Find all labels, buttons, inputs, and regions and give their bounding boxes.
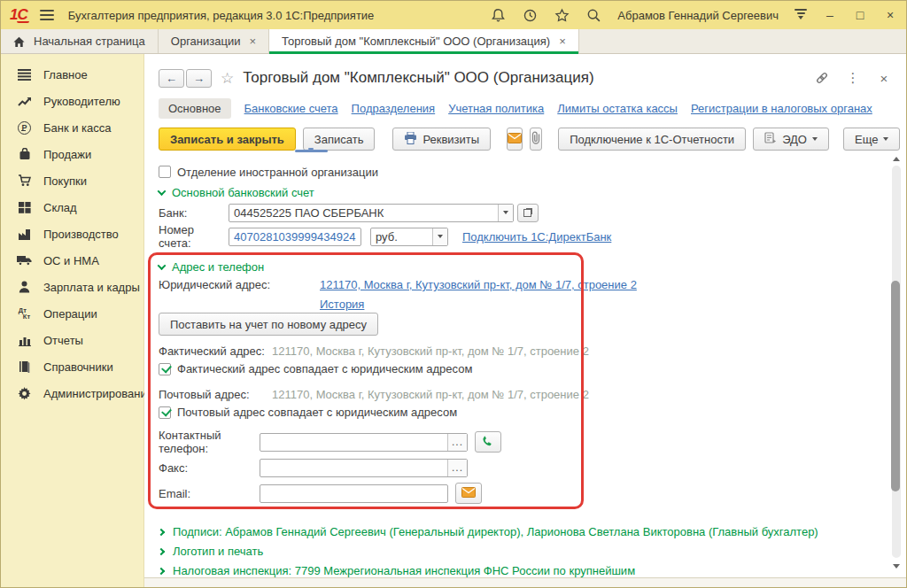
attachments-button[interactable] xyxy=(530,128,542,151)
minimize-button[interactable]: – xyxy=(823,8,837,22)
directbank-link[interactable]: Подключить 1С:ДиректБанк xyxy=(462,230,611,244)
more-button[interactable]: Еще xyxy=(843,128,900,151)
section-tax-inspection[interactable]: Налоговая инспекция: 7799 Межрегиональна… xyxy=(159,563,892,578)
call-button[interactable] xyxy=(475,431,501,453)
splitter-grip[interactable] xyxy=(295,150,328,152)
checkbox-box[interactable] xyxy=(159,166,171,178)
sidebar-item-production[interactable]: Производство xyxy=(1,220,143,247)
maximize-button[interactable]: □ xyxy=(853,8,867,22)
bank-dropdown-button[interactable] xyxy=(498,205,513,221)
phone-ellipsis-button[interactable]: ... xyxy=(447,434,467,451)
tab-organization-card[interactable]: Торговый дом "Комплексный" ООО (Организа… xyxy=(269,29,579,53)
fax-field[interactable]: ... xyxy=(260,459,468,477)
favorite-star-icon[interactable]: ☆ xyxy=(221,69,234,87)
sidebar-item-fixed-assets[interactable]: ОС и НМА xyxy=(1,247,143,274)
scrollbar-thumb[interactable] xyxy=(891,281,900,491)
sidebar-item-sales[interactable]: Продажи xyxy=(1,141,143,167)
save-and-close-button[interactable]: Записать и закрыть xyxy=(159,128,296,151)
sidebar-item-payroll-hr[interactable]: Зарплата и кадры xyxy=(1,274,143,300)
close-window-button[interactable]: × xyxy=(883,8,897,22)
tab-home[interactable]: Начальная страница xyxy=(1,29,159,53)
tab-cash-limits[interactable]: Лимиты остатка кассы xyxy=(557,102,678,115)
sidebar-item-label: ОС и НМА xyxy=(43,254,99,267)
connect-1c-reporting-button[interactable]: Подключение к 1С-Отчетности xyxy=(558,128,746,151)
checkbox-box[interactable] xyxy=(159,406,171,419)
address-history-link[interactable]: История xyxy=(320,298,364,311)
section-address-phone[interactable]: Адрес и телефон xyxy=(159,259,892,274)
sidebar-item-purchases[interactable]: Покупки xyxy=(1,167,143,194)
checkbox-label: Фактический адрес совпадает с юридически… xyxy=(177,362,472,375)
sidebar-item-reports[interactable]: Отчеты xyxy=(1,327,143,353)
sidebar-item-label: Производство xyxy=(43,228,119,241)
send-email-button[interactable] xyxy=(507,128,523,151)
back-button[interactable]: ← xyxy=(159,69,184,88)
scroll-up-icon[interactable] xyxy=(893,153,900,161)
history-icon[interactable] xyxy=(522,7,538,23)
home-icon xyxy=(12,35,27,49)
reregister-address-button[interactable]: Поставить на учет по новому адресу xyxy=(159,313,378,336)
more-kebab-icon[interactable]: ⋮ xyxy=(845,70,861,86)
vertical-scrollbar[interactable] xyxy=(891,153,902,572)
service-menu-icon[interactable] xyxy=(795,9,807,22)
main-menu-icon[interactable] xyxy=(40,10,54,20)
forward-button[interactable]: → xyxy=(186,69,212,88)
sidebar-item-warehouse[interactable]: Склад xyxy=(1,194,143,220)
sidebar-item-bank-cash[interactable]: Р Банк и касса xyxy=(1,114,143,141)
tab-accounting-policy[interactable]: Учетная политика xyxy=(448,102,544,115)
legal-address-link[interactable]: 121170, Москва г, Кутузовский пр-кт, дом… xyxy=(320,278,637,291)
requisites-button[interactable]: Реквизиты xyxy=(392,128,491,151)
get-link-icon[interactable] xyxy=(814,70,830,86)
bank-input[interactable] xyxy=(229,205,498,221)
postal-same-checkbox[interactable]: Почтовый адрес совпадает с юридическим а… xyxy=(159,405,892,420)
sidebar-item-label: Продажи xyxy=(43,148,91,161)
close-tab-icon[interactable]: × xyxy=(249,35,256,48)
tab-bank-accounts[interactable]: Банковские счета xyxy=(244,102,338,115)
scroll-down-icon[interactable] xyxy=(893,564,900,572)
checkbox-box[interactable] xyxy=(159,363,171,375)
favorites-star-icon[interactable] xyxy=(554,7,570,23)
close-tab-icon[interactable]: × xyxy=(559,35,566,48)
sidebar-item-directories[interactable]: Справочники xyxy=(1,353,143,380)
checkbox-label: Отделение иностранной организации xyxy=(177,166,378,179)
search-icon[interactable] xyxy=(585,7,601,23)
tab-departments[interactable]: Подразделения xyxy=(352,102,436,115)
save-button[interactable]: Записать xyxy=(303,128,376,151)
email-input[interactable] xyxy=(260,485,447,502)
actual-address-label: Фактический адрес: xyxy=(159,344,272,358)
postal-address-label: Почтовый адрес: xyxy=(159,388,272,401)
bank-field[interactable] xyxy=(229,204,514,222)
sidebar-item-operations[interactable]: ДтКт Операции xyxy=(1,300,143,327)
currency-field[interactable] xyxy=(370,228,448,246)
sidebar-item-main[interactable]: Главное xyxy=(1,61,143,88)
sidebar-item-label: Отчеты xyxy=(43,334,83,347)
section-main-bank-account[interactable]: Основной банковский счет xyxy=(159,185,892,199)
bar-chart-icon xyxy=(17,333,32,347)
foreign-branch-checkbox[interactable]: Отделение иностранной организации xyxy=(159,164,892,180)
currency-input[interactable] xyxy=(371,228,432,245)
currency-dropdown-button[interactable] xyxy=(432,228,447,245)
paperclip-icon xyxy=(531,131,541,147)
edo-button[interactable]: ЭДО xyxy=(753,128,829,151)
section-signatures[interactable]: Подписи: Абрамов Геннадий Сергеевич (Ген… xyxy=(159,524,892,539)
actual-same-checkbox[interactable]: Фактический адрес совпадает с юридически… xyxy=(159,361,892,376)
section-logo-stamp[interactable]: Логотип и печать xyxy=(159,544,892,559)
fax-ellipsis-button[interactable]: ... xyxy=(447,460,467,476)
bag-icon xyxy=(17,147,32,161)
close-form-icon[interactable]: × xyxy=(876,70,892,86)
sidebar-item-manager[interactable]: Руководителю xyxy=(1,88,143,114)
current-user[interactable]: Абрамов Геннадий Сергеевич xyxy=(617,9,779,22)
email-field[interactable] xyxy=(260,484,448,503)
account-number-field[interactable] xyxy=(229,228,361,246)
form-nav: Основное Банковские счета Подразделения … xyxy=(159,97,892,120)
sidebar-item-administration[interactable]: Администрирование xyxy=(1,380,143,406)
contact-phone-input[interactable] xyxy=(260,434,447,451)
write-email-button[interactable] xyxy=(455,483,482,504)
tab-tax-registrations[interactable]: Регистрации в налоговых органах xyxy=(691,102,872,115)
notifications-bell-icon[interactable] xyxy=(490,7,506,23)
contact-phone-field[interactable]: ... xyxy=(260,433,468,452)
tab-main[interactable]: Основное xyxy=(159,98,231,119)
fax-input[interactable] xyxy=(260,460,447,476)
account-number-input[interactable] xyxy=(229,228,360,245)
tab-organizations[interactable]: Организации × xyxy=(159,29,269,53)
open-bank-button[interactable] xyxy=(517,204,539,222)
